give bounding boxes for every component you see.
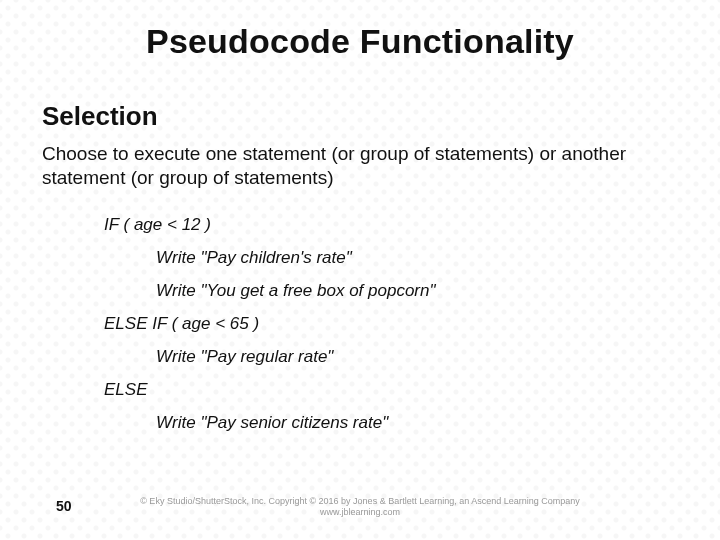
page-number: 50 — [56, 498, 72, 514]
section-heading: Selection — [42, 101, 678, 132]
code-line: ELSE — [104, 373, 678, 406]
pseudocode-block: IF ( age < 12 ) Write "Pay children's ra… — [104, 208, 678, 440]
copyright-url: www.jblearning.com — [140, 507, 580, 518]
code-line: IF ( age < 12 ) — [104, 208, 678, 241]
section-description: Choose to execute one statement (or grou… — [42, 142, 678, 190]
code-line: Write "You get a free box of popcorn" — [104, 274, 678, 307]
code-line: Write "Pay regular rate" — [104, 340, 678, 373]
slide-title: Pseudocode Functionality — [42, 22, 678, 61]
copyright: © Eky Studio/ShutterStock, Inc. Copyrigh… — [140, 496, 580, 518]
code-line: ELSE IF ( age < 65 ) — [104, 307, 678, 340]
slide: Pseudocode Functionality Selection Choos… — [0, 0, 720, 540]
code-line: Write "Pay senior citizens rate" — [104, 406, 678, 439]
copyright-text: © Eky Studio/ShutterStock, Inc. Copyrigh… — [140, 496, 580, 506]
code-line: Write "Pay children's rate" — [104, 241, 678, 274]
